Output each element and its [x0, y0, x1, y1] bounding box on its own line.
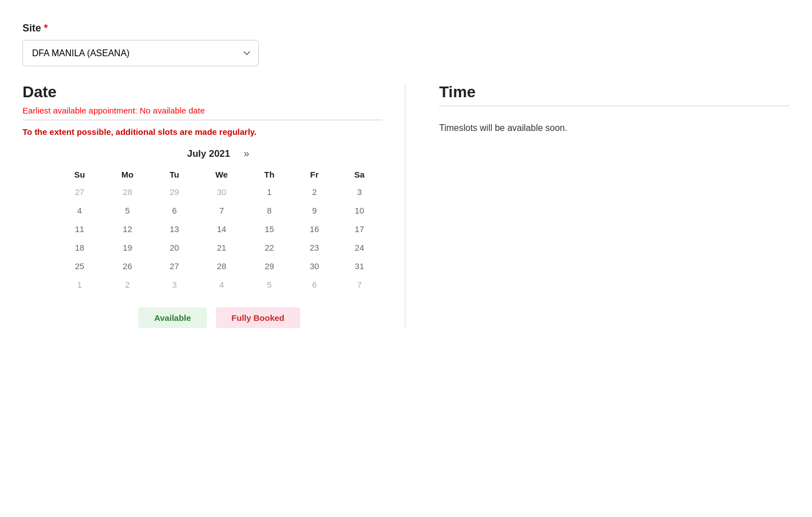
calendar-day[interactable]: 26 — [103, 257, 152, 275]
calendar-day: 1 — [56, 275, 103, 294]
calendar-legend: Available Fully Booked — [138, 307, 300, 328]
calendar-day: 27 — [56, 183, 103, 201]
timeslots-message: Timeslots will be available soon. — [439, 123, 790, 133]
site-section: Site * DFA MANILA (ASEANA) — [22, 22, 790, 66]
calendar-header: July 2021 » — [56, 148, 382, 160]
calendar-week-3: 18192021222324 — [56, 238, 382, 257]
earliest-available-msg: Earliest available appointment: No avail… — [22, 106, 382, 115]
calendar-next-button[interactable]: » — [241, 148, 251, 160]
legend-booked-label: Fully Booked — [232, 313, 285, 323]
calendar-day: 7 — [336, 275, 382, 294]
legend-available: Available — [138, 307, 206, 328]
calendar-day[interactable]: 20 — [152, 238, 197, 257]
calendar-day[interactable]: 25 — [56, 257, 103, 275]
site-required-marker: * — [44, 22, 48, 34]
calendar-days-header: Su Mo Tu We Th Fr Sa — [56, 166, 382, 183]
calendar-wrapper: July 2021 » Su Mo Tu We Th Fr Sa 2728 — [56, 148, 382, 328]
calendar-day: 3 — [152, 275, 197, 294]
calendar-day: 6 — [292, 275, 337, 294]
calendar-week-1: 45678910 — [56, 201, 382, 220]
calendar-day: 4 — [197, 275, 246, 294]
calendar-day: 29 — [152, 183, 197, 201]
main-content: Date Earliest available appointment: No … — [22, 83, 790, 328]
calendar-day[interactable]: 22 — [246, 238, 292, 257]
site-label: Site * — [22, 22, 790, 34]
calendar-day[interactable]: 19 — [103, 238, 152, 257]
calendar-day[interactable]: 29 — [246, 257, 292, 275]
day-header-sa: Sa — [336, 166, 382, 183]
calendar-day[interactable]: 2 — [292, 183, 337, 201]
calendar-day[interactable]: 9 — [292, 201, 337, 220]
time-title: Time — [439, 83, 790, 101]
legend-available-label: Available — [154, 313, 191, 323]
calendar-day[interactable]: 28 — [197, 257, 246, 275]
calendar-day[interactable]: 16 — [292, 220, 337, 238]
calendar-day[interactable]: 21 — [197, 238, 246, 257]
legend-booked: Fully Booked — [216, 307, 300, 328]
calendar-day[interactable]: 14 — [197, 220, 246, 238]
calendar-day[interactable]: 30 — [292, 257, 337, 275]
calendar-day[interactable]: 18 — [56, 238, 103, 257]
calendar-day[interactable]: 23 — [292, 238, 337, 257]
calendar-week-0: 27282930123 — [56, 183, 382, 201]
date-divider — [22, 120, 382, 120]
calendar-day: 28 — [103, 183, 152, 201]
calendar-day[interactable]: 31 — [336, 257, 382, 275]
calendar-table: Su Mo Tu We Th Fr Sa 2728293012345678910… — [56, 166, 382, 294]
day-header-mo: Mo — [103, 166, 152, 183]
calendar-day[interactable]: 7 — [197, 201, 246, 220]
site-dropdown[interactable]: DFA MANILA (ASEANA) — [22, 40, 259, 66]
calendar-day[interactable]: 13 — [152, 220, 197, 238]
calendar-week-2: 11121314151617 — [56, 220, 382, 238]
date-section: Date Earliest available appointment: No … — [22, 83, 382, 328]
calendar-day[interactable]: 3 — [336, 183, 382, 201]
calendar-day[interactable]: 6 — [152, 201, 197, 220]
day-header-tu: Tu — [152, 166, 197, 183]
calendar-day[interactable]: 1 — [246, 183, 292, 201]
day-header-we: We — [197, 166, 246, 183]
calendar-day[interactable]: 5 — [103, 201, 152, 220]
calendar-week-4: 25262728293031 — [56, 257, 382, 275]
calendar-day[interactable]: 11 — [56, 220, 103, 238]
time-section: Time Timeslots will be available soon. — [405, 83, 790, 328]
slots-availability-msg: To the extent possible, additional slots… — [22, 127, 382, 137]
calendar-day: 2 — [103, 275, 152, 294]
date-title: Date — [22, 83, 382, 101]
calendar-day: 30 — [197, 183, 246, 201]
day-header-th: Th — [246, 166, 292, 183]
calendar-day[interactable]: 17 — [336, 220, 382, 238]
calendar-day[interactable]: 27 — [152, 257, 197, 275]
calendar-day[interactable]: 10 — [336, 201, 382, 220]
time-divider — [439, 106, 790, 106]
day-header-su: Su — [56, 166, 103, 183]
calendar-week-5: 1234567 — [56, 275, 382, 294]
calendar-day[interactable]: 4 — [56, 201, 103, 220]
calendar-body: 2728293012345678910111213141516171819202… — [56, 183, 382, 294]
day-header-fr: Fr — [292, 166, 337, 183]
calendar-day[interactable]: 8 — [246, 201, 292, 220]
calendar-day[interactable]: 12 — [103, 220, 152, 238]
calendar-month-title: July 2021 — [187, 148, 231, 160]
calendar-day[interactable]: 15 — [246, 220, 292, 238]
calendar-day[interactable]: 24 — [336, 238, 382, 257]
site-label-text: Site — [22, 22, 41, 34]
calendar-day: 5 — [246, 275, 292, 294]
